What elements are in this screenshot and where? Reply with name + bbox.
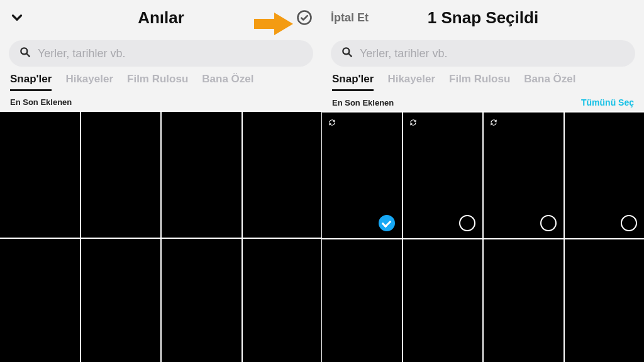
snap-tile[interactable] <box>322 112 402 238</box>
search-placeholder: Yerler, tarihler vb. <box>38 47 125 60</box>
snap-tile[interactable] <box>243 239 323 362</box>
tab-bar: Snap'ler Hikayeler Film Rulosu Bana Özel <box>0 73 322 91</box>
snap-tile[interactable] <box>403 239 483 362</box>
search-icon <box>341 46 353 61</box>
snap-grid <box>322 111 644 362</box>
snap-tile[interactable] <box>322 239 402 362</box>
sync-icon <box>489 118 498 129</box>
snap-grid <box>0 111 322 362</box>
select-all-button[interactable]: Tümünü Seç <box>581 97 634 107</box>
snap-tile[interactable] <box>0 239 80 362</box>
cancel-button[interactable]: İptal Et <box>331 11 369 25</box>
search-input[interactable]: Yerler, tarihler vb. <box>331 40 635 67</box>
search-input[interactable]: Yerler, tarihler vb. <box>9 40 313 67</box>
snap-tile[interactable] <box>162 112 242 238</box>
selection-check-icon[interactable] <box>379 215 395 231</box>
search-icon <box>19 46 31 61</box>
tab-camera-roll[interactable]: Film Rulosu <box>127 73 188 89</box>
tab-snaps[interactable]: Snap'ler <box>10 73 52 91</box>
sync-icon <box>409 118 418 129</box>
section-label: En Son Eklenen <box>332 98 394 107</box>
chevron-down-icon[interactable] <box>9 9 25 26</box>
selection-circle-icon[interactable] <box>540 215 557 231</box>
page-title: 1 Snap Seçildi <box>381 8 585 28</box>
snap-tile[interactable] <box>162 239 242 362</box>
snap-tile[interactable] <box>565 239 645 362</box>
tab-my-eyes-only[interactable]: Bana Özel <box>202 73 253 89</box>
svg-line-2 <box>27 54 30 57</box>
tab-bar: Snap'ler Hikayeler Film Rulosu Bana Özel <box>322 73 644 91</box>
page-title: Anılar <box>59 8 263 28</box>
selection-pane: İptal Et 1 Snap Seçildi Yerler, tarihler… <box>322 0 644 362</box>
svg-line-4 <box>349 54 352 57</box>
selection-circle-icon[interactable] <box>459 215 475 231</box>
search-placeholder: Yerler, tarihler vb. <box>360 47 447 60</box>
snap-tile[interactable] <box>484 239 564 362</box>
tab-stories[interactable]: Hikayeler <box>65 73 113 89</box>
section-label: En Son Eklenen <box>10 97 72 107</box>
snap-tile[interactable] <box>403 112 483 238</box>
top-bar: Anılar <box>0 0 322 35</box>
selection-circle-icon[interactable] <box>621 215 637 231</box>
snap-tile[interactable] <box>0 112 80 238</box>
select-mode-icon[interactable] <box>296 9 313 26</box>
sync-icon <box>328 118 336 129</box>
section-header: En Son Eklenen <box>0 91 322 111</box>
top-bar: İptal Et 1 Snap Seçildi <box>322 0 644 35</box>
snap-tile[interactable] <box>565 112 645 238</box>
tab-snaps[interactable]: Snap'ler <box>332 73 374 91</box>
snap-tile[interactable] <box>484 112 564 238</box>
tab-camera-roll[interactable]: Film Rulosu <box>449 73 510 89</box>
tab-my-eyes-only[interactable]: Bana Özel <box>524 73 575 89</box>
section-header: En Son Eklenen Tümünü Seç <box>322 91 644 111</box>
snap-tile[interactable] <box>81 239 161 362</box>
memories-pane: Anılar Yerler, tarihler vb. Snap'ler Hik… <box>0 0 322 362</box>
snap-tile[interactable] <box>243 112 323 238</box>
snap-tile[interactable] <box>81 112 161 238</box>
tab-stories[interactable]: Hikayeler <box>387 73 435 89</box>
